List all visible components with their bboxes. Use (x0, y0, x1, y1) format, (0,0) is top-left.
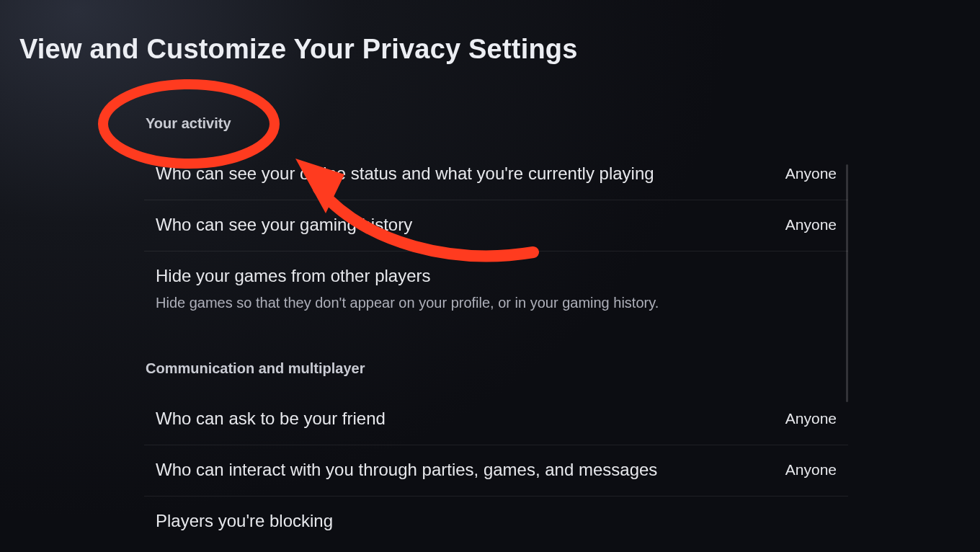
row-interact-parties[interactable]: Who can interact with you through partie… (144, 445, 848, 497)
scrollbar-track[interactable] (846, 164, 848, 402)
row-label: Players you're blocking (156, 511, 333, 531)
row-blocked-players[interactable]: Players you're blocking (144, 497, 848, 547)
row-friend-requests[interactable]: Who can ask to be your friend Anyone (144, 394, 848, 445)
row-hide-games[interactable]: Hide your games from other players Hide … (144, 251, 848, 329)
row-label: Hide your games from other players (156, 266, 659, 286)
page-title: View and Customize Your Privacy Settings (19, 34, 578, 65)
section-heading-communication: Communication and multiplayer (144, 360, 848, 377)
row-label: Who can interact with you through partie… (156, 460, 657, 480)
settings-content: Your activity Who can see your online st… (144, 115, 848, 547)
section-heading-activity: Your activity (144, 115, 848, 132)
row-value: Anyone (785, 215, 837, 233)
row-label: Who can see your online status and what … (156, 164, 654, 184)
row-value: Anyone (785, 409, 837, 427)
row-label: Who can ask to be your friend (156, 409, 386, 429)
row-gaming-history[interactable]: Who can see your gaming history Anyone (144, 200, 848, 251)
row-online-status[interactable]: Who can see your online status and what … (144, 149, 848, 200)
row-value: Anyone (785, 164, 837, 182)
row-label: Who can see your gaming history (156, 215, 412, 235)
row-sublabel: Hide games so that they don't appear on … (156, 293, 659, 313)
row-value: Anyone (785, 460, 837, 478)
